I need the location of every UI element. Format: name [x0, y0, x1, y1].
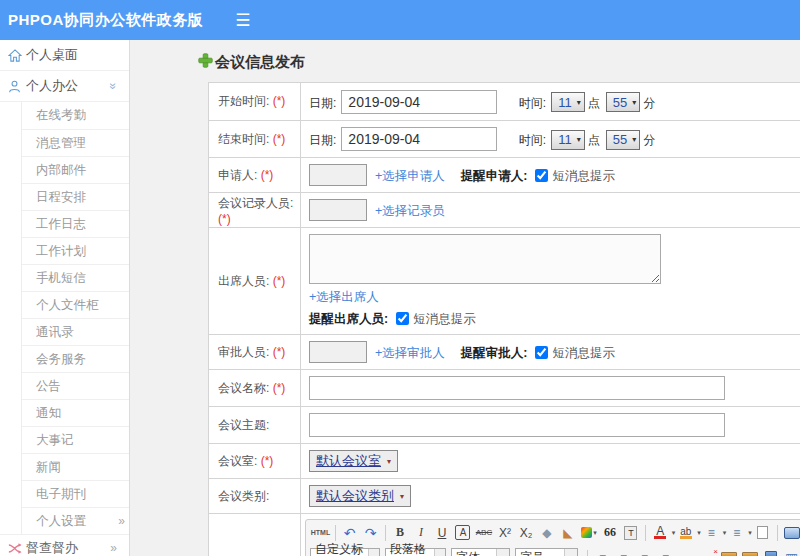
sidebar-item-internal-mail[interactable]: 内部邮件: [22, 156, 129, 183]
row-recorder: 会议记录人员: (*) +选择记录员: [209, 193, 800, 228]
remove-format-icon[interactable]: ◆: [537, 523, 556, 542]
fullscreen-icon[interactable]: [782, 523, 800, 542]
sidebar-item-personal-office[interactable]: 个人办公 »: [0, 71, 129, 102]
sms-remind-checkbox[interactable]: [396, 312, 409, 325]
field-label: 审批人员:: [218, 345, 269, 359]
superscript-icon[interactable]: X²: [495, 523, 514, 542]
new-page-icon[interactable]: [753, 523, 772, 542]
start-hour-select[interactable]: 11▾: [551, 92, 585, 112]
font-color-icon[interactable]: A: [651, 523, 670, 542]
sidebar-item-contacts[interactable]: 通讯录: [22, 318, 129, 345]
insert-table-icon[interactable]: ▦: [782, 548, 800, 556]
strikethrough-icon[interactable]: ABC: [474, 523, 493, 542]
sidebar-item-attendance[interactable]: 在线考勤: [22, 102, 129, 129]
approver-input[interactable]: [309, 341, 367, 363]
sidebar-item-file-cabinet[interactable]: 个人文件柜: [22, 291, 129, 318]
caret-down-icon[interactable]: ▾: [723, 529, 727, 537]
align-right-icon[interactable]: ≡: [635, 548, 654, 556]
sidebar-item-label: 个人桌面: [26, 46, 121, 64]
caret-down-icon: ▾: [577, 135, 581, 144]
sidebar-item-notice[interactable]: 通知: [22, 399, 129, 426]
pick-attendees-link[interactable]: +选择出席人: [309, 290, 379, 304]
meeting-name-input[interactable]: [309, 376, 725, 400]
pick-approver-link[interactable]: +选择审批人: [375, 346, 445, 360]
row-meeting-name: 会议名称: (*): [209, 370, 800, 407]
insert-media-icon[interactable]: [761, 548, 780, 556]
blockquote-icon[interactable]: 66: [600, 523, 619, 542]
align-justify-icon[interactable]: ≡: [656, 548, 675, 556]
underline-icon[interactable]: U: [432, 523, 451, 542]
undo-icon[interactable]: ↶: [340, 523, 359, 542]
row-attendees: 出席人员: (*) +选择出席人 提醒出席人员:短消息提示: [209, 228, 800, 335]
start-minute-select[interactable]: 55▾: [606, 92, 640, 112]
time-label: 时间:: [519, 133, 546, 147]
sms-remind-checkbox[interactable]: [535, 169, 548, 182]
upload-image-icon[interactable]: [740, 548, 759, 556]
start-date-input[interactable]: [341, 90, 497, 114]
insert-link-icon[interactable]: ∞: [677, 548, 696, 556]
field-label: 出席人员:: [218, 274, 269, 288]
editor-toolbar-row-2: 自定义标题▾ 段落格式▾ 字体▾ 字号▾ ≡ ≡ ≡ ≡ ∞ ∞×: [306, 545, 800, 556]
sidebar-item-sms[interactable]: 手机短信: [22, 264, 129, 291]
html-source-button[interactable]: HTML: [311, 523, 330, 542]
caret-down-icon: ▾: [577, 98, 581, 107]
sidebar-item-desktop[interactable]: 个人桌面: [0, 40, 129, 71]
sidebar-item-supervision[interactable]: 督查督办 »: [0, 534, 129, 556]
hamburger-menu-icon[interactable]: ☰: [235, 10, 250, 31]
meeting-topic-input[interactable]: [309, 413, 725, 437]
end-date-input[interactable]: [341, 127, 497, 151]
paste-icon[interactable]: T: [621, 523, 640, 542]
boxed-text-icon[interactable]: A: [455, 525, 470, 540]
sidebar-item-personal-settings[interactable]: 个人设置 »: [22, 507, 129, 534]
sidebar-item-conference-service[interactable]: 会务服务: [22, 345, 129, 372]
sidebar-item-announcement[interactable]: 公告: [22, 372, 129, 399]
bold-icon[interactable]: B: [390, 523, 409, 542]
pick-applicant-link[interactable]: +选择申请人: [375, 169, 445, 183]
end-minute-select[interactable]: 55▾: [606, 130, 640, 150]
insert-image-icon[interactable]: [719, 548, 738, 556]
meeting-category-select[interactable]: 默认会议类别▾: [309, 485, 411, 507]
pick-recorder-link[interactable]: +选择记录员: [375, 204, 445, 218]
redo-icon[interactable]: ↷: [361, 523, 380, 542]
field-label: 会议室:: [218, 454, 257, 468]
heading-style-select[interactable]: 自定义标题▾: [310, 548, 380, 556]
font-size-select[interactable]: 字号▾: [515, 548, 578, 556]
font-family-select[interactable]: 字体▾: [451, 548, 510, 556]
subscript-icon[interactable]: X₂: [516, 523, 535, 542]
applicant-input[interactable]: [309, 164, 367, 186]
field-label: 申请人:: [218, 168, 257, 182]
sidebar-item-events[interactable]: 大事记: [22, 426, 129, 453]
caret-down-icon[interactable]: ▾: [672, 529, 676, 537]
format-brush-icon[interactable]: ◣: [558, 523, 577, 542]
attendees-textarea[interactable]: [309, 234, 661, 284]
sms-remind-checkbox[interactable]: [535, 346, 548, 359]
recorder-input[interactable]: [309, 199, 367, 221]
align-left-icon[interactable]: ≡: [593, 548, 612, 556]
caret-down-icon[interactable]: ▾: [697, 529, 701, 537]
field-label: 开始时间:: [218, 94, 269, 108]
required-marker: (*): [273, 132, 286, 146]
row-meeting-topic: 会议主题:: [209, 407, 800, 444]
minute-unit: 分: [643, 96, 655, 110]
sidebar-item-work-log[interactable]: 工作日志: [22, 210, 129, 237]
align-center-icon[interactable]: ≡: [614, 548, 633, 556]
end-hour-select[interactable]: 11▾: [551, 130, 585, 150]
unordered-list-icon[interactable]: ≡: [727, 523, 746, 542]
sidebar-item-schedule[interactable]: 日程安排: [22, 183, 129, 210]
meeting-room-select[interactable]: 默认会议室▾: [309, 450, 398, 472]
highlight-color-icon[interactable]: ab: [676, 523, 695, 542]
ordered-list-icon[interactable]: ≡: [702, 523, 721, 542]
sidebar-item-work-plan[interactable]: 工作计划: [22, 237, 129, 264]
sidebar-item-news[interactable]: 新闻: [22, 453, 129, 480]
row-approver: 审批人员: (*) +选择审批人提醒审批人:短消息提示: [209, 335, 800, 370]
sidebar-item-messages[interactable]: 消息管理: [22, 129, 129, 156]
sidebar-item-e-journal[interactable]: 电子期刊: [22, 480, 129, 507]
paragraph-format-select[interactable]: 段落格式▾: [385, 548, 446, 556]
italic-icon[interactable]: I: [411, 523, 430, 542]
color-brush-icon[interactable]: ▾: [579, 523, 598, 542]
remove-link-icon[interactable]: ∞×: [698, 548, 717, 556]
caret-down-icon[interactable]: ▾: [748, 529, 752, 537]
main-content: 会议信息发布 开始时间: (*) 日期: 时间:11▾点55▾分 结束时间: (…: [130, 40, 800, 556]
caret-down-icon: ▾: [387, 457, 391, 466]
required-marker: (*): [261, 454, 274, 468]
